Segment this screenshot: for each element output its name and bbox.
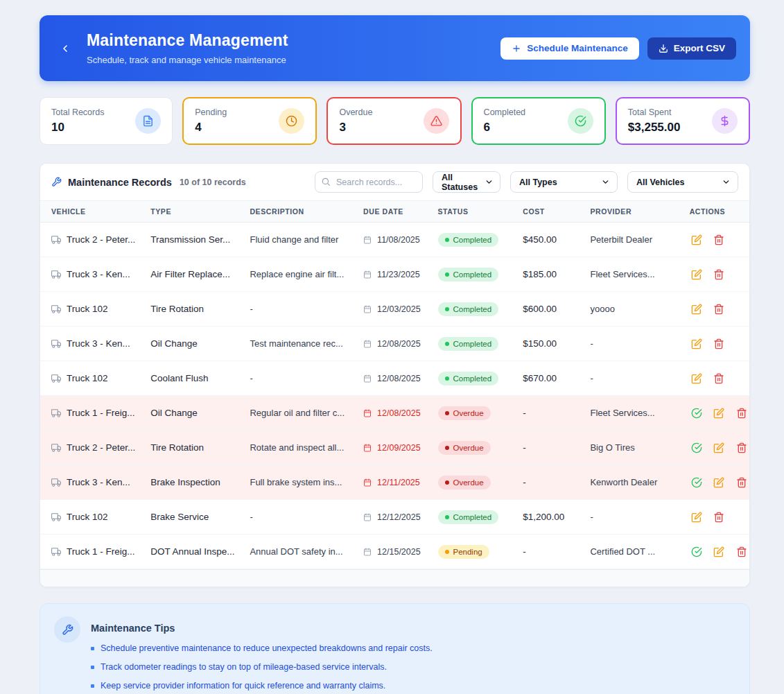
maintenance-description: - — [238, 292, 352, 327]
status-label: Pending — [453, 548, 482, 556]
search-box — [315, 171, 423, 193]
status-badge: Overdue — [438, 476, 491, 489]
provider-name: Peterbilt Dealer — [579, 223, 678, 257]
due-date-cell: 12/03/2025 — [352, 292, 426, 327]
maintenance-description: Rotate and inspect all... — [238, 431, 352, 465]
calendar-icon — [363, 409, 372, 417]
records-table-body: Truck 2 - Peter... Transmission Ser... F… — [40, 223, 749, 569]
maintenance-description: Test maintenance rec... — [238, 327, 352, 361]
cost-value: - — [512, 431, 579, 465]
vehicle-name: Truck 3 - Ken... — [67, 338, 130, 349]
cost-value: - — [512, 396, 579, 431]
provider-name: - — [579, 500, 678, 535]
delete-button[interactable] — [712, 233, 726, 247]
edit-button[interactable] — [712, 476, 726, 489]
tip-text: Keep service provider information for qu… — [101, 681, 385, 691]
status-badge: Completed — [438, 268, 499, 281]
page-subtitle: Schedule, track and manage vehicle maint… — [87, 55, 500, 65]
edit-button[interactable] — [690, 302, 704, 316]
maintenance-type: Oil Change — [139, 396, 238, 431]
column-header-vehicle: VEHICLE — [40, 201, 139, 223]
status-badge: Overdue — [438, 406, 491, 420]
dollar-icon — [712, 108, 738, 134]
export-csv-button[interactable]: Export CSV — [647, 37, 736, 60]
delete-button[interactable] — [712, 337, 726, 351]
status-dot-icon — [445, 550, 449, 554]
complete-button[interactable] — [690, 545, 704, 559]
search-icon — [321, 177, 331, 189]
edit-button[interactable] — [712, 441, 726, 455]
status-filter-select[interactable]: All Statuses — [433, 171, 500, 193]
column-header-actions: ACTIONS — [679, 201, 749, 223]
page: Maintenance Management Schedule, track a… — [0, 0, 784, 694]
alert-triangle-icon — [424, 108, 449, 134]
records-count: 10 of 10 records — [180, 177, 246, 187]
vehicle-name: Truck 102 — [67, 512, 108, 522]
truck-icon — [51, 374, 61, 383]
table-row: Truck 2 - Peter... Tire Rotation Rotate … — [40, 431, 749, 465]
status-badge: Completed — [438, 337, 499, 351]
delete-button[interactable] — [712, 268, 726, 281]
delete-button[interactable] — [735, 441, 749, 455]
vehicle-name: Truck 3 - Ken... — [67, 477, 130, 487]
vehicle-name: Truck 3 - Ken... — [67, 269, 130, 279]
maintenance-description: - — [238, 500, 352, 535]
records-table: VEHICLE TYPE DESCRIPTION DUE DATE STATUS… — [40, 200, 749, 569]
tip-text: Track odometer readings to stay on top o… — [101, 662, 387, 672]
wrench-icon — [51, 177, 62, 187]
delete-button[interactable] — [712, 302, 726, 316]
vehicle-name: Truck 2 - Peter... — [67, 234, 135, 245]
complete-button[interactable] — [690, 441, 704, 455]
edit-button[interactable] — [690, 233, 704, 247]
type-filter-select[interactable]: All Types — [510, 171, 618, 193]
cost-value: $600.00 — [512, 292, 579, 327]
status-dot-icon — [445, 272, 449, 277]
maintenance-description: Full brake system ins... — [238, 465, 352, 500]
download-icon — [659, 44, 668, 53]
table-row: Truck 3 - Ken... Brake Inspection Full b… — [40, 465, 749, 500]
due-date: 12/03/2025 — [377, 304, 421, 314]
edit-button[interactable] — [690, 510, 704, 524]
edit-button[interactable] — [690, 372, 704, 385]
stat-label: Total Spent — [628, 107, 681, 117]
status-dot-icon — [445, 480, 449, 485]
delete-button[interactable] — [735, 545, 749, 559]
due-date-cell: 12/08/2025 — [352, 327, 426, 361]
calendar-icon — [363, 305, 372, 313]
bullet-icon — [91, 647, 94, 650]
delete-button[interactable] — [712, 372, 726, 385]
vehicle-filter-select[interactable]: All Vehicles — [627, 171, 738, 193]
schedule-maintenance-button[interactable]: Schedule Maintenance — [500, 37, 639, 60]
edit-button[interactable] — [690, 268, 704, 281]
status-label: Overdue — [453, 478, 484, 487]
status-label: Completed — [453, 305, 492, 313]
search-input[interactable] — [315, 171, 423, 193]
table-row: Truck 2 - Peter... Transmission Ser... F… — [40, 223, 749, 257]
tip-item: Keep service provider information for qu… — [91, 681, 433, 691]
calendar-icon — [363, 548, 372, 556]
status-badge: Completed — [438, 302, 499, 316]
due-date-cell: 12/08/2025 — [352, 396, 426, 431]
back-button[interactable] — [55, 38, 76, 59]
stat-value: 6 — [484, 121, 525, 135]
delete-button[interactable] — [735, 476, 749, 489]
status-badge: Completed — [438, 233, 499, 247]
tip-item: Schedule preventive maintenance to reduc… — [91, 643, 433, 653]
wrench-icon — [54, 616, 80, 643]
table-row: Truck 3 - Ken... Air Filter Replace... R… — [40, 257, 749, 292]
complete-button[interactable] — [690, 406, 704, 420]
maintenance-description: Replace engine air filt... — [238, 257, 352, 292]
due-date: 12/15/2025 — [377, 547, 421, 557]
delete-button[interactable] — [712, 510, 726, 524]
edit-button[interactable] — [712, 545, 726, 559]
complete-button[interactable] — [690, 476, 704, 489]
table-header-row: VEHICLE TYPE DESCRIPTION DUE DATE STATUS… — [40, 201, 749, 223]
vehicle-name: Truck 2 - Peter... — [67, 442, 135, 453]
edit-button[interactable] — [690, 337, 704, 351]
maintenance-description: Annual DOT safety in... — [238, 535, 352, 569]
delete-button[interactable] — [735, 406, 749, 420]
edit-button[interactable] — [712, 406, 726, 420]
maintenance-description: - — [238, 361, 352, 396]
chevron-down-icon — [485, 177, 494, 186]
maintenance-tips-panel: Maintenance Tips Schedule preventive mai… — [40, 603, 750, 694]
